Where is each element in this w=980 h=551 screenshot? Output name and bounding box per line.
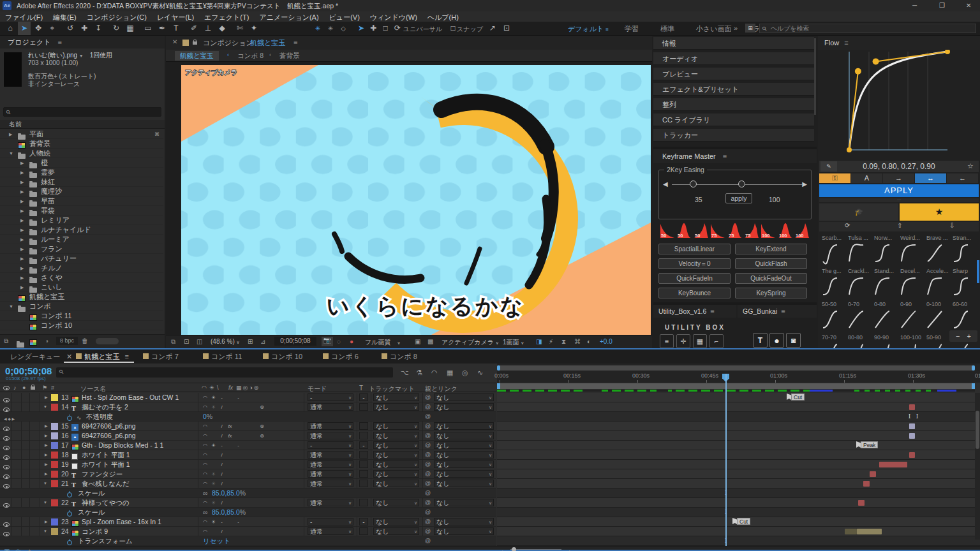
blend-mode-select[interactable]: -∨ <box>308 441 353 449</box>
track-matte-select[interactable]: なし∨ <box>373 441 419 449</box>
flow-download-icon[interactable]: ⇩ <box>949 222 954 229</box>
tree-arrow[interactable]: ▶ <box>20 196 24 206</box>
workspace-overflow[interactable]: » <box>734 24 738 32</box>
track-matte-select[interactable]: なし∨ <box>373 451 419 459</box>
matte-t-cell[interactable] <box>359 499 368 506</box>
project-name-column[interactable]: 名前 <box>9 121 22 128</box>
switch-1[interactable]: ☀ <box>209 402 218 412</box>
layer-name[interactable]: ホワイト 平面 1 <box>82 460 130 469</box>
flow-preset-curve[interactable] <box>926 276 944 298</box>
blend-mode-select[interactable]: 通常∨ <box>308 527 353 535</box>
layer-bar[interactable] <box>909 423 915 429</box>
property-name[interactable]: スケール <box>78 508 105 517</box>
track-lane[interactable] <box>497 402 980 412</box>
track-lane[interactable]: I <box>497 536 980 546</box>
flow-scrollbar[interactable] <box>977 260 979 283</box>
zoom-in-mountain-icon[interactable]: ▲ <box>567 548 572 551</box>
column-source-name[interactable]: ソース名 <box>80 385 106 393</box>
property-row[interactable]: スケール∞85.0,85.0%@ <box>0 508 496 517</box>
parent-pickwhip-icon[interactable]: @ <box>425 450 431 460</box>
parent-select[interactable]: なし∨ <box>434 422 494 430</box>
current-time-display[interactable]: 0;00;50;08 <box>5 365 52 376</box>
switch-0[interactable]: ◠ <box>201 422 209 431</box>
layer-color-label[interactable] <box>51 423 58 430</box>
close-button[interactable]: ✕ <box>966 2 971 9</box>
roi-status-icon[interactable]: ▣ <box>415 338 420 345</box>
parent-pickwhip-icon[interactable]: @ <box>425 479 431 489</box>
column-matte-t[interactable]: T <box>359 385 363 392</box>
layer-name[interactable]: Hst - Spl Zoom Ease - Out CW 1 <box>82 393 179 402</box>
flow-preset-curve[interactable] <box>900 242 918 265</box>
switch-2[interactable]: / <box>218 527 226 536</box>
keyframe-icon[interactable]: I <box>915 414 919 420</box>
utility-icon-anchor-center[interactable]: ✛ <box>676 334 690 348</box>
layer-name[interactable]: コンポ 9 <box>82 527 108 536</box>
parent-select[interactable]: なし∨ <box>434 499 494 506</box>
track-matte-select[interactable]: なし∨ <box>373 480 419 487</box>
flow-ease-out-mode[interactable]: → <box>883 173 914 183</box>
home-tool[interactable]: ⌂ <box>4 22 17 35</box>
local-axis-tool[interactable]: ✳ <box>311 22 324 35</box>
resolution-select[interactable]: フル画質 ∨ <box>365 338 401 347</box>
switch-2[interactable]: / <box>218 469 226 479</box>
layer-color-label[interactable] <box>51 452 58 459</box>
tree-arrow[interactable]: ▶ <box>20 216 24 225</box>
easing-peak-preset-50-2[interactable]: 50 <box>694 222 709 239</box>
layer-name[interactable]: Spl - Zoom Ease - 16x In 1 <box>82 517 161 527</box>
blend-mode-select[interactable]: 通常∨ <box>308 422 353 430</box>
track-lane[interactable]: Cut <box>497 517 980 527</box>
project-tree-item[interactable]: ▶ 霊夢 <box>0 168 163 177</box>
favorite-star-icon[interactable]: ☆ <box>967 162 974 170</box>
parent-select[interactable]: なし∨ <box>434 403 494 411</box>
bpc-label[interactable]: 8 bpc <box>56 337 78 345</box>
layer-bar[interactable] <box>845 529 857 534</box>
project-tree-item[interactable]: 蒼背景 <box>0 139 163 149</box>
project-tree-item[interactable]: ▶ ルナチャイルド <box>0 225 163 235</box>
flow-tab[interactable]: Flow <box>824 39 839 47</box>
switch-0[interactable]: ◠ <box>201 460 209 469</box>
tree-arrow[interactable]: ▶ <box>9 129 12 139</box>
frame-blend-icon[interactable]: ▦ <box>447 369 453 377</box>
column-track-matte[interactable]: トラックマット <box>369 385 415 393</box>
puppet-tool[interactable]: ✦ <box>248 22 260 35</box>
easing-peak-preset-50-0[interactable]: 50 <box>660 222 675 239</box>
layer-color-label[interactable] <box>51 528 58 535</box>
track-lane[interactable] <box>497 450 980 460</box>
matte-t-cell[interactable]: - <box>359 441 368 449</box>
switch-0[interactable]: ◠ <box>201 498 209 508</box>
show-snapshot-icon[interactable]: ◌ <box>337 338 341 345</box>
layer-row[interactable]: ▶15▲69427606_p6.png◠/fx⊛通常∨なし∨@なし∨ <box>0 422 496 431</box>
flow-preset-curve[interactable] <box>900 276 918 298</box>
zoom-tool[interactable]: ⌖ <box>46 22 59 35</box>
track-lane[interactable]: II <box>497 412 980 422</box>
easing-peak-preset-100-2[interactable]: 100 <box>794 222 810 239</box>
switch-1[interactable]: ☀ <box>209 479 218 489</box>
parent-pickwhip-icon[interactable]: @ <box>425 441 431 450</box>
tab-comp-6[interactable]: コンポ 8 <box>382 349 417 364</box>
tree-arrow[interactable]: ▶ <box>20 158 24 168</box>
switch-2[interactable]: / <box>218 402 226 412</box>
flow-drag-handle[interactable]: ⋯ <box>819 198 979 202</box>
kfm-button-QuickFadeOut[interactable]: QuickFadeOut <box>735 273 807 284</box>
layer-expand-arrow[interactable]: ▶ <box>45 450 48 460</box>
switch-2[interactable]: / <box>218 450 226 460</box>
tree-arrow[interactable]: ▶ <box>20 187 24 196</box>
layer-name[interactable]: 食べ残しなんだ <box>82 479 130 489</box>
parent-pickwhip-icon[interactable]: @ <box>425 489 431 498</box>
layer-color-label[interactable] <box>51 471 58 478</box>
parent-pickwhip-icon[interactable]: @ <box>425 402 431 412</box>
property-value[interactable]: リセット <box>203 536 230 546</box>
matte-t-cell[interactable] <box>359 460 368 468</box>
kfm-button-KeyBounce[interactable]: KeyBounce <box>658 288 731 298</box>
layer-row[interactable]: ▼22T神様ってやつの◠☀/通常∨なし∨@なし∨ <box>0 498 496 508</box>
project-tree-item[interactable]: ▼ コンポ <box>0 302 163 311</box>
parent-pickwhip-icon[interactable]: @ <box>425 469 431 479</box>
flow-zoom-buttons[interactable]: − + <box>949 330 977 342</box>
timeline-zoom-slider[interactable] <box>510 548 561 551</box>
layer-expand-arrow[interactable]: ▼ <box>43 402 47 412</box>
switch-2[interactable]: / <box>218 422 226 431</box>
layer-color-label[interactable] <box>51 518 58 525</box>
layer-expand-arrow[interactable]: ▼ <box>43 479 47 489</box>
stack-panel-3[interactable]: エフェクト&プリセット <box>662 85 739 93</box>
project-tree-item[interactable]: ▶ 罪袋 <box>0 206 163 216</box>
